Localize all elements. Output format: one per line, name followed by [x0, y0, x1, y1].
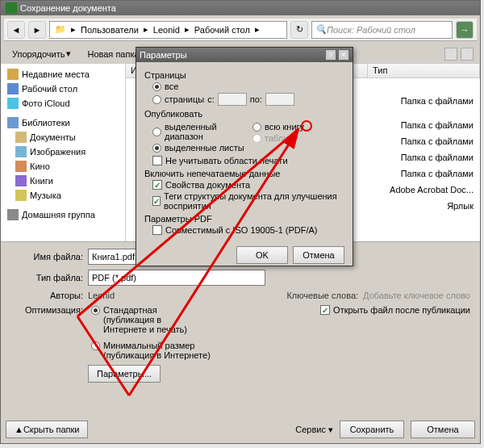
sidebar-item-desktop[interactable]: Рабочий стол [4, 82, 122, 96]
publish-table-radio[interactable]: таблицу [252, 133, 344, 143]
search-input[interactable]: 🔍 Поиск: Рабочий стол [311, 21, 453, 39]
save-button[interactable]: Сохранить [340, 421, 404, 438]
forward-button[interactable]: ► [28, 21, 46, 39]
opt-minimal-radio[interactable]: Минимальный размер (публикация в Интерне… [91, 341, 216, 360]
sidebar-item-music[interactable]: Музыка [4, 188, 122, 203]
tools-menu[interactable]: Сервис ▾ [295, 425, 333, 435]
footer: ▲ Скрыть папки Сервис ▾ Сохранить Отмена [6, 421, 475, 438]
file-type-cell: Папка с файлами [401, 120, 474, 130]
sidebar-item-images[interactable]: Изображения [4, 144, 122, 159]
tags-checkbox[interactable]: Теги структуры документа для улучшения в… [152, 191, 344, 211]
filename-label: Имя файла: [10, 252, 83, 262]
params-help-button[interactable]: ? [325, 49, 336, 61]
cancel-button[interactable]: Отмена [411, 421, 475, 438]
nav-bar: ◄ ► 📁 ▸Пользователи ▸Leonid ▸Рабочий сто… [4, 19, 477, 41]
titlebar: Сохранение документа [1, 1, 480, 15]
file-type-cell: Папка с файлами [401, 169, 474, 178]
sidebar-item-recent[interactable]: Недавние места [4, 67, 122, 82]
keywords-value[interactable]: Добавьте ключевое слово [363, 291, 470, 300]
authors-value[interactable]: Leonid [88, 291, 115, 300]
publish-group: Опубликовать [144, 109, 344, 119]
include-group: Включить непечатаемые данные [144, 169, 344, 178]
help-icon[interactable] [461, 48, 474, 61]
authors-label: Авторы: [10, 291, 83, 300]
params-ok-button[interactable]: OK [236, 246, 288, 264]
opt-standard-radio[interactable]: Стандартная (публикация в Интернете и пе… [91, 305, 216, 334]
pages-all-radio[interactable]: все [152, 82, 344, 91]
publish-range-radio[interactable]: выделенный диапазон [152, 122, 244, 141]
params-close-button[interactable]: ✕ [338, 49, 349, 61]
sidebar: Недавние места Рабочий стол Фото iCloud … [1, 64, 126, 241]
parameters-dialog: Параметры ? ✕ Страницы все страницы с: п… [136, 47, 353, 266]
file-type-cell: Adobe Acrobat Doc... [390, 185, 474, 195]
page-to-input[interactable] [265, 93, 294, 106]
organize-button[interactable]: Упорядочить ▾ [7, 47, 76, 61]
view-icon[interactable] [444, 48, 457, 61]
params-titlebar: Параметры ? ✕ [136, 48, 353, 62]
sidebar-item-documents[interactable]: Документы [4, 130, 122, 144]
page-from-input[interactable] [218, 93, 247, 106]
file-type-cell: Папка с файлами [401, 96, 474, 106]
back-button[interactable]: ◄ [7, 21, 25, 39]
optimization-label: Оптимизация: [10, 305, 83, 315]
refresh-button[interactable]: ↻ [290, 21, 308, 39]
sidebar-homegroup[interactable]: Домашняя группа [4, 207, 122, 222]
file-type-cell: Папка с файлами [401, 153, 474, 162]
pages-group: Страницы [144, 70, 344, 80]
open-after-checkbox[interactable]: Открыть файл после публикации [320, 305, 470, 315]
sidebar-item-movies[interactable]: Кино [4, 159, 122, 174]
parameters-button[interactable]: Параметры... [88, 365, 161, 383]
excel-icon [6, 2, 17, 14]
keywords-label: Ключевые слова: [286, 291, 358, 300]
hide-folders-button[interactable]: ▲ Скрыть папки [6, 421, 88, 438]
window-title: Сохранение документа [20, 3, 116, 13]
doc-props-checkbox[interactable]: Свойства документа [152, 180, 344, 190]
publish-sheets-radio[interactable]: выделенные листы [152, 143, 244, 153]
file-type-cell: Папка с файлами [401, 136, 474, 146]
ignore-print-checkbox[interactable]: Не учитывать области печати [152, 156, 344, 165]
publish-book-radio[interactable]: всю книгу [252, 122, 344, 132]
file-type-cell: Ярлык [447, 201, 474, 211]
pages-range-radio[interactable]: страницы с: по: [152, 93, 344, 106]
params-cancel-button[interactable]: Отмена [293, 246, 344, 264]
filetype-select[interactable] [88, 270, 265, 286]
filetype-label: Тип файла: [10, 273, 83, 283]
pdf-params-group: Параметры PDF [144, 214, 344, 224]
sidebar-item-icloud[interactable]: Фото iCloud [4, 96, 122, 111]
iso-checkbox[interactable]: Совместимый с ISO 19005-1 (PDF/A) [152, 225, 344, 235]
breadcrumb[interactable]: 📁 ▸Пользователи ▸Leonid ▸Рабочий стол ▸ [49, 21, 287, 39]
sidebar-libraries[interactable]: Библиотеки [4, 115, 122, 130]
col-type: Тип [368, 64, 480, 77]
sidebar-item-books[interactable]: Книги [4, 174, 122, 188]
search-go-button[interactable]: → [456, 21, 474, 39]
